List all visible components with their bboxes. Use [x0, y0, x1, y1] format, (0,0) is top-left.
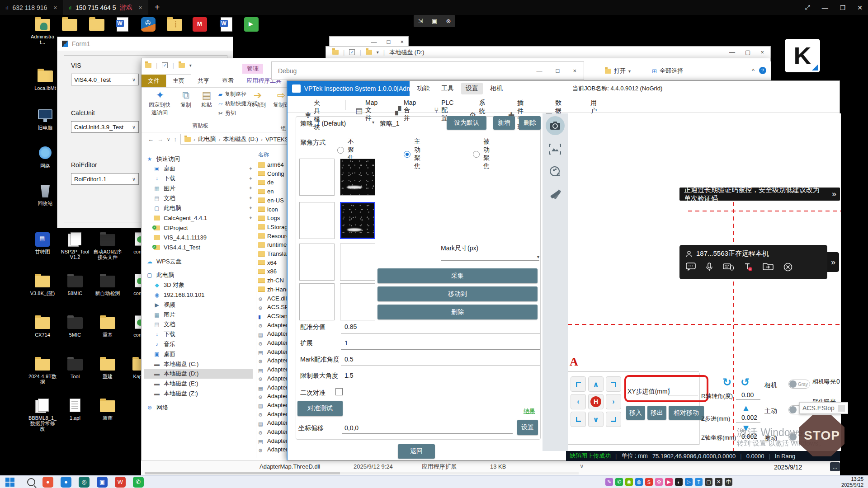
tab-close-icon[interactable]: × — [53, 4, 57, 11]
desktop-icon[interactable]: 回收站 — [31, 183, 60, 206]
rotate-ccw-icon[interactable]: ↺ — [741, 376, 750, 389]
tray-icon[interactable]: ◐ — [675, 478, 683, 486]
tray-icon[interactable]: ▷ — [685, 478, 693, 486]
mark-slot[interactable] — [340, 283, 375, 320]
nav-item[interactable]: 本地磁盘 (E:) ✦ — [144, 379, 253, 389]
file-row[interactable]: Config — [258, 169, 284, 178]
file-row[interactable]: arm64 — [258, 160, 284, 169]
close-icon[interactable]: × — [400, 38, 404, 45]
nav-item[interactable]: 本地磁盘 (C:) ✦ — [144, 359, 253, 369]
open-button[interactable]: 打开 ▾ — [605, 67, 631, 75]
folder-icon[interactable] — [366, 50, 372, 55]
file-row[interactable]: Adapter — [258, 392, 288, 400]
action-button[interactable]: 采集 — [377, 268, 538, 283]
tray-icon[interactable]: S — [645, 478, 653, 486]
back-button[interactable]: 返回 — [398, 444, 435, 459]
monitor-icon[interactable]: ▣ — [432, 18, 437, 24]
desktop-icon[interactable] — [212, 16, 241, 34]
tray-icon[interactable]: ▶ — [665, 478, 673, 486]
file-detail-row[interactable]: AdapterMap.ThreeD.dll 2025/9/12 9:24 应用程… — [259, 463, 506, 471]
measure-tool-icon[interactable] — [546, 185, 565, 204]
file-row[interactable]: icon — [258, 205, 278, 214]
tray-icon[interactable]: ▢ — [705, 478, 712, 486]
chat-tray-icon[interactable]: … — [830, 462, 840, 471]
file-row[interactable]: Adapter — [258, 436, 288, 445]
maximize-icon[interactable]: □ — [556, 67, 560, 74]
maximize-icon[interactable]: ❐ — [840, 4, 846, 11]
field-value[interactable]: 1 — [344, 339, 348, 347]
chevron-right-icon[interactable]: » — [828, 189, 840, 199]
z-up-icon[interactable]: ▲ — [741, 403, 750, 413]
maximize-icon[interactable]: □ — [387, 38, 391, 45]
tray-icon[interactable]: ◍ — [635, 478, 643, 486]
nav-item[interactable]: 3D 对象 ✦ — [144, 281, 253, 290]
desktop-icon[interactable]: V3.8K_(蓝) — [28, 273, 57, 296]
desktop-icon[interactable] — [237, 16, 266, 34]
nav-item[interactable]: 视频 ✦ — [144, 300, 253, 310]
menu-item[interactable]: 功能 — [412, 83, 434, 94]
breadcrumb-drive-d[interactable]: 本地磁盘 (D:) — [223, 135, 258, 143]
file-row[interactable]: Adapter — [258, 374, 288, 383]
file-row[interactable]: en — [258, 187, 274, 196]
desktop-icon[interactable]: Tool — [61, 356, 90, 379]
file-row[interactable]: LStorage — [258, 223, 291, 231]
breadcrumb[interactable]: › 此电脑 › 本地磁盘 (D:) › VPTEKS — [180, 134, 296, 145]
mark-image-selected[interactable] — [340, 202, 375, 239]
file-row[interactable]: en-US — [258, 196, 284, 205]
nav-item[interactable]: 桌面 ✦ — [144, 164, 253, 174]
tray-icon[interactable]: ✎ — [605, 478, 613, 486]
resize-icon[interactable]: ⇲ — [418, 18, 423, 24]
desktop-icon[interactable]: CX714 — [28, 314, 57, 338]
folder-icon[interactable] — [332, 50, 339, 55]
file-row[interactable]: ACE.dll — [258, 294, 287, 303]
add-button[interactable]: 新增 — [493, 116, 515, 130]
desktop-icon[interactable]: 5MIC — [61, 314, 90, 338]
nav-item[interactable]: 下载 ✦ — [144, 174, 253, 183]
nav-item[interactable]: WPS云盘 ✦ — [144, 257, 253, 266]
menu-item[interactable]: 设置 — [461, 83, 483, 94]
check-icon[interactable]: ✓ — [162, 62, 168, 68]
desktop-icon[interactable]: 1.apl — [61, 398, 90, 421]
taskbar-app-icon[interactable]: ● — [61, 477, 71, 488]
search-icon[interactable] — [27, 478, 35, 486]
maximize-icon[interactable]: ▢ — [745, 49, 750, 56]
rotate-cw-icon[interactable]: ↻ — [722, 376, 731, 389]
field-value[interactable]: 1.5 — [344, 372, 353, 379]
new-tab-button[interactable]: + — [155, 2, 160, 13]
desktop-icon[interactable]: Administrat... — [28, 16, 57, 45]
jog-left-button[interactable]: ‹ — [571, 394, 586, 409]
nav-item[interactable]: 本地磁盘 (Z:) ✦ — [144, 389, 253, 398]
coord-offset-value[interactable]: 0,0,0 — [344, 424, 359, 432]
file-row[interactable]: Adapter — [258, 445, 288, 454]
desktop-icon[interactable]: 重基 — [93, 314, 122, 338]
taskbar-app-icon[interactable]: ● — [42, 477, 53, 488]
tab-file[interactable]: 文件 — [142, 75, 166, 87]
collapse-ribbon-icon[interactable]: ^ — [752, 67, 755, 74]
desktop-icon[interactable]: 网络 — [31, 145, 60, 169]
vptek-titlebar[interactable]: VP VPTek Inspection System 1.0.0.0[Admin… — [288, 81, 410, 96]
move-in-button[interactable]: 移入 — [626, 406, 645, 420]
check-icon[interactable]: ✓ — [349, 49, 355, 55]
tray-icon[interactable]: T — [695, 478, 703, 486]
nav-item[interactable]: 文档 ✦ — [144, 193, 253, 203]
up-icon[interactable]: ↑ — [174, 136, 177, 143]
manage-context-tab[interactable]: 管理 — [242, 64, 263, 74]
file-row[interactable]: Adapter — [258, 427, 288, 436]
move-out-button[interactable]: 移出 — [647, 406, 666, 420]
paste-button[interactable]: ▤ 粘贴 — [197, 89, 217, 109]
tray-icon[interactable]: ◉ — [625, 478, 633, 486]
nav-item[interactable]: 文档 ✦ — [144, 320, 253, 329]
secondary-align-checkbox[interactable] — [335, 388, 343, 395]
nav-item[interactable]: VIS4.4.1_Test ✦ — [144, 243, 253, 252]
tab-remote-2[interactable]: ıl 150 715 464 5 游戏 × — [63, 0, 148, 15]
file-row[interactable]: Adapter — [258, 329, 288, 338]
calcunit-dropdown[interactable]: CalcUnit4.3.9_Test∨ — [71, 121, 139, 133]
remote-panel-expand-icon[interactable]: » — [827, 252, 839, 272]
jog-up-left-button[interactable] — [571, 376, 586, 392]
minimize-icon[interactable]: — — [537, 67, 542, 74]
nav-item[interactable]: 本地磁盘 (D:) ✦ — [144, 369, 253, 379]
cut-button[interactable]: ✂剪切 — [218, 109, 257, 117]
disconnect-icon[interactable] — [783, 263, 793, 272]
desktop-icon[interactable]: 新商 — [93, 398, 122, 421]
tab-remote-1[interactable]: ıl 632 118 916 × — [0, 0, 63, 15]
